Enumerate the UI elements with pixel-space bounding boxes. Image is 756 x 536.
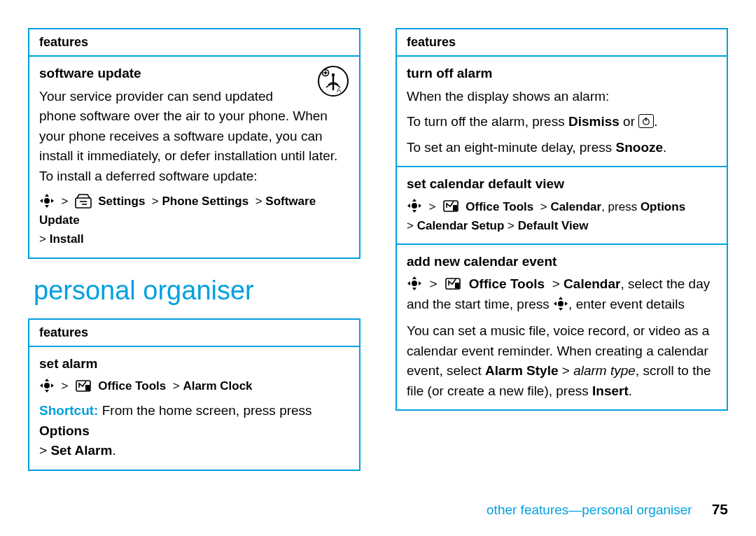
svg-marker-28: [419, 204, 421, 208]
svg-marker-17: [45, 390, 49, 393]
svg-rect-30: [453, 205, 457, 211]
calendar-default-section: set calendar default view > Office Tools…: [397, 166, 727, 244]
office-tools-icon: [75, 378, 92, 393]
nav-key-icon: [407, 198, 422, 213]
svg-point-38: [558, 301, 564, 306]
turn-off-alarm-section: turn off alarm When the display shows an…: [397, 57, 727, 166]
software-update-body: Your service provider can send updated p…: [39, 87, 349, 187]
svg-marker-11: [51, 199, 54, 203]
footer-text: other features—personal organiser: [486, 502, 692, 518]
features-header-2: features: [29, 320, 359, 347]
add-event-section: add new calendar event > Office Tools > …: [397, 244, 727, 410]
svg-rect-37: [455, 283, 459, 288]
svg-marker-40: [559, 308, 563, 311]
settings-icon: [75, 193, 92, 209]
page-number: 75: [712, 501, 728, 518]
turn-off-alarm-l3: To set an eight-minute delay, press Snoo…: [407, 138, 717, 158]
svg-marker-39: [559, 297, 563, 299]
page-columns: features A software update Your service …: [28, 28, 728, 471]
svg-marker-18: [40, 383, 43, 388]
nav-key-icon: [553, 296, 568, 311]
left-column: features A software update Your service …: [28, 28, 360, 471]
svg-marker-41: [554, 302, 556, 306]
svg-marker-10: [40, 199, 43, 203]
features-header-3: features: [397, 29, 727, 57]
add-event-path: > Office Tools > Calendar, select the da…: [407, 274, 717, 314]
office-tools-icon: [444, 276, 461, 291]
svg-point-2: [332, 73, 335, 76]
right-column: features turn off alarm When the display…: [396, 28, 728, 471]
svg-text:A: A: [337, 87, 341, 94]
features-box-software: features A software update Your service …: [28, 28, 360, 259]
software-update-title: software update: [39, 64, 349, 84]
svg-marker-8: [45, 194, 49, 197]
add-event-title: add new calendar event: [407, 252, 717, 272]
svg-marker-33: [412, 288, 416, 290]
turn-off-alarm-l1: When the display shows an alarm:: [407, 87, 717, 107]
svg-marker-25: [412, 199, 416, 202]
svg-marker-19: [51, 383, 54, 388]
nav-key-icon: [39, 193, 55, 209]
features-box-alarm: features set alarm > Office Tools > Alar…: [28, 318, 360, 471]
svg-rect-12: [76, 198, 91, 208]
office-tools-icon: [442, 198, 459, 213]
software-update-section: A software update Your service provider …: [29, 57, 359, 258]
svg-marker-35: [419, 281, 421, 285]
svg-point-7: [44, 198, 50, 204]
svg-marker-34: [407, 281, 410, 285]
svg-point-24: [412, 203, 417, 209]
nav-key-icon: [39, 378, 55, 393]
svg-marker-27: [407, 204, 410, 208]
svg-marker-26: [412, 210, 416, 213]
svg-marker-32: [412, 276, 416, 279]
svg-point-31: [412, 281, 417, 286]
features-box-right: features turn off alarm When the display…: [396, 28, 728, 411]
calendar-default-path: > Office Tools > Calendar, press Options…: [407, 197, 717, 235]
nav-key-icon: [407, 276, 422, 291]
set-alarm-section: set alarm > Office Tools > Alarm Clock S…: [29, 347, 359, 470]
end-key-icon: [638, 114, 654, 128]
svg-marker-16: [45, 379, 49, 381]
antenna-icon: A: [317, 65, 349, 97]
features-header: features: [29, 29, 359, 57]
turn-off-alarm-title: turn off alarm: [407, 64, 717, 84]
turn-off-alarm-l2: To turn off the alarm, press Dismiss or …: [407, 112, 717, 132]
page-footer: other features—personal organiser 75: [486, 501, 728, 518]
set-alarm-shortcut: Shortcut: From the home screen, press pr…: [39, 401, 349, 461]
section-heading: personal organiser: [34, 276, 360, 306]
svg-rect-21: [85, 385, 90, 390]
add-event-body: You can set a music file, voice record, …: [407, 321, 717, 401]
set-alarm-path: > Office Tools > Alarm Clock: [39, 376, 349, 395]
set-alarm-title: set alarm: [39, 354, 349, 374]
svg-marker-42: [565, 302, 568, 306]
svg-marker-9: [45, 205, 49, 208]
svg-point-15: [44, 383, 50, 388]
calendar-default-title: set calendar default view: [407, 174, 717, 195]
software-update-path: > Settings > Phone Settings > Software U…: [39, 192, 349, 249]
